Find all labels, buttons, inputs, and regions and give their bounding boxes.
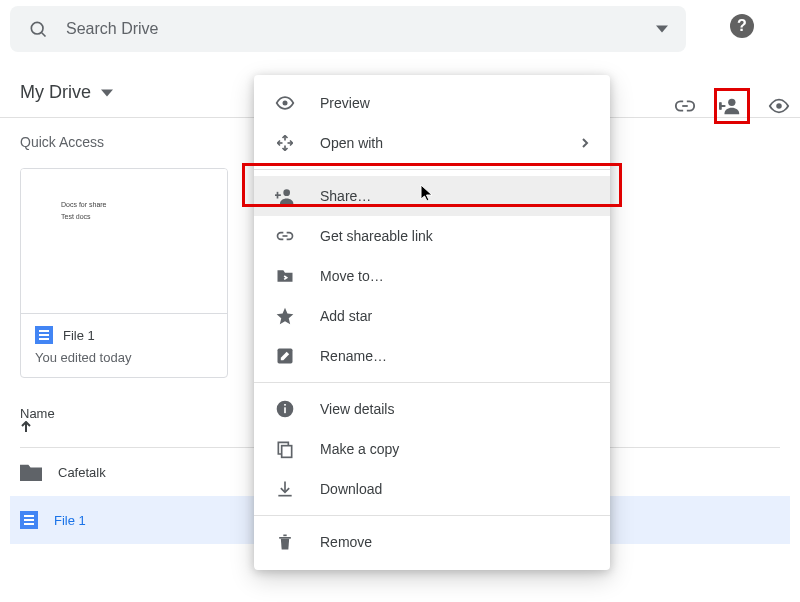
svg-point-14 xyxy=(283,189,290,196)
share-button[interactable] xyxy=(714,88,750,124)
search-bar[interactable]: Search Drive xyxy=(10,6,686,52)
search-icon xyxy=(28,19,48,39)
menu-open-with[interactable]: Open with xyxy=(254,123,610,163)
pencil-icon xyxy=(274,346,296,366)
file-name: File 1 xyxy=(63,328,95,343)
menu-view-details[interactable]: View details xyxy=(254,389,610,429)
breadcrumb-title: My Drive xyxy=(20,82,91,103)
thumb-line: Test docs xyxy=(61,211,107,223)
menu-separator xyxy=(254,515,610,516)
preview-button[interactable] xyxy=(768,95,790,117)
svg-rect-6 xyxy=(719,105,725,107)
link-icon xyxy=(274,226,296,246)
menu-make-copy[interactable]: Make a copy xyxy=(254,429,610,469)
eye-icon xyxy=(274,93,296,113)
docs-icon xyxy=(35,326,53,344)
svg-point-9 xyxy=(283,101,288,106)
menu-shareable-link[interactable]: Get shareable link xyxy=(254,216,610,256)
menu-move-to[interactable]: Move to… xyxy=(254,256,610,296)
search-placeholder: Search Drive xyxy=(66,20,656,38)
svg-point-7 xyxy=(776,103,782,109)
context-menu: Preview Open with Share… Get shareable l… xyxy=(254,75,610,570)
menu-preview[interactable]: Preview xyxy=(254,83,610,123)
docs-icon xyxy=(20,511,38,529)
svg-rect-25 xyxy=(283,535,286,537)
svg-rect-16 xyxy=(275,194,281,196)
copy-icon xyxy=(274,439,296,459)
thumb-line: Docs for share xyxy=(61,199,107,211)
info-icon xyxy=(274,399,296,419)
svg-point-0 xyxy=(31,22,43,34)
menu-remove[interactable]: Remove xyxy=(254,522,610,562)
menu-rename[interactable]: Rename… xyxy=(254,336,610,376)
menu-download[interactable]: Download xyxy=(254,469,610,509)
get-link-button[interactable] xyxy=(674,95,696,117)
person-add-icon xyxy=(274,186,296,206)
chevron-right-icon xyxy=(580,138,590,148)
menu-separator xyxy=(254,382,610,383)
svg-rect-21 xyxy=(282,446,292,458)
star-icon xyxy=(274,306,296,326)
move-icon xyxy=(274,133,296,153)
download-icon xyxy=(274,479,296,499)
row-name: File 1 xyxy=(54,513,86,528)
folder-move-icon xyxy=(274,266,296,286)
quick-access-card[interactable]: Docs for share Test docs File 1 You edit… xyxy=(20,168,228,378)
file-subtitle: You edited today xyxy=(21,350,227,377)
svg-rect-20 xyxy=(284,404,286,406)
file-thumbnail: Docs for share Test docs xyxy=(21,169,227,313)
trash-icon xyxy=(274,532,296,552)
svg-line-1 xyxy=(42,33,46,37)
svg-point-2 xyxy=(728,99,735,106)
row-name: Cafetalk xyxy=(58,465,106,480)
help-icon[interactable]: ? xyxy=(730,14,754,38)
chevron-down-icon xyxy=(101,87,113,99)
menu-separator xyxy=(254,169,610,170)
svg-rect-19 xyxy=(284,407,286,413)
search-options-icon[interactable] xyxy=(656,23,668,35)
folder-icon xyxy=(20,463,42,481)
cursor-icon xyxy=(420,184,434,202)
menu-add-star[interactable]: Add star xyxy=(254,296,610,336)
svg-rect-24 xyxy=(279,537,291,539)
